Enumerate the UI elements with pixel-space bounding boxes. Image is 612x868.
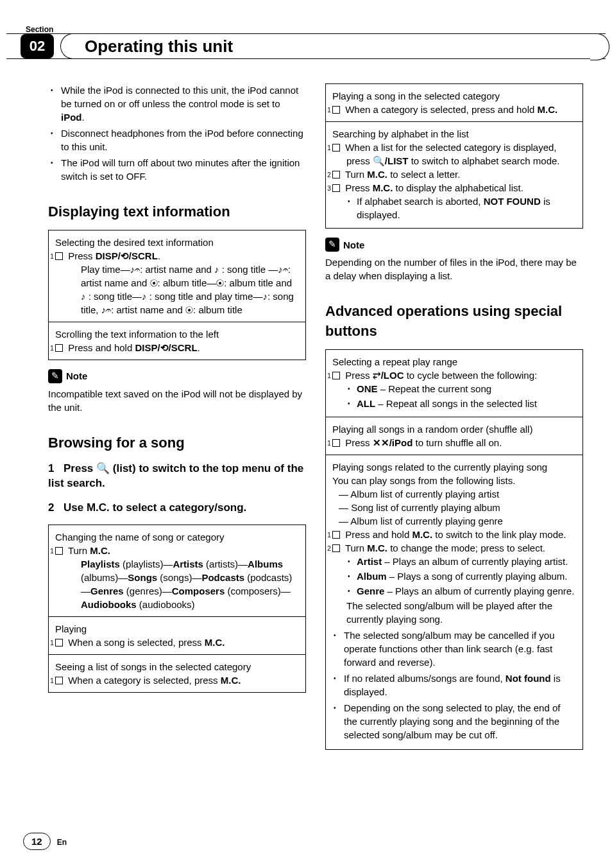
step-number-icon: 1 [332, 144, 340, 152]
box-shuffle-all: Playing all songs in a random order (shu… [325, 417, 583, 455]
list-item: Artist – Plays an album of currently pla… [357, 555, 576, 568]
note-text: Depending on the number of files in the … [325, 256, 583, 282]
box-title: Seeing a list of songs in the selected c… [55, 660, 299, 673]
step-number-icon: 1 [332, 106, 340, 114]
dash-line: — Album list of currently playing artist [332, 487, 576, 501]
step-2: 2Use M.C. to select a category/song. [48, 500, 306, 516]
page-number: 12 [23, 833, 51, 850]
box-after: The selected song/album will be played a… [332, 599, 576, 626]
step-number-icon: 1 [332, 439, 340, 447]
list-item: The iPod will turn off about two minutes… [61, 156, 306, 183]
step-number-icon: 1 [332, 372, 340, 379]
note-icon: ✎ [48, 369, 62, 383]
list-item: ONE – Repeat the current song [357, 382, 576, 395]
step-number-icon: 1 [55, 252, 63, 260]
box-step: 1 Press and hold DISP/⟲/SCRL. [55, 341, 299, 354]
page-title: Operating this unit [85, 35, 233, 58]
box-title: Playing songs related to the currently p… [332, 460, 576, 474]
note-block: ✎ Note [325, 238, 583, 252]
note-icon: ✎ [325, 238, 339, 252]
box-step: 2 Turn M.C. to select a letter. [332, 168, 576, 181]
box-step: 1 Press ⥂/LOC to cycle between the follo… [332, 369, 576, 382]
search-icon: 🔍 [96, 462, 110, 474]
box-scroll-text: Scrolling the text information to the le… [48, 322, 306, 360]
box-title: Playing all songs in a random order (shu… [332, 422, 576, 436]
header-paren-icon [60, 33, 73, 59]
box-title: Searching by alphabet in the list [332, 127, 576, 141]
note-label: Note [343, 238, 364, 252]
box-body: Playlists (playlists)—Artists (artists)—… [55, 557, 299, 611]
box-step: 1 Turn M.C. [55, 544, 299, 557]
page-lang: En [57, 837, 67, 848]
box-body: Play time—♪𝄐: artist name and ♪ : song t… [55, 263, 299, 317]
box-step: 1 Press DISP/⟲/SCRL. [55, 249, 299, 263]
box-playing: Playing 1 When a song is selected, press… [48, 617, 306, 655]
list-item: The selected song/album may be cancelled… [344, 629, 576, 669]
box-step: 1 When a category is selected, press and… [332, 103, 576, 116]
box-step: 1 When a category is selected, press M.C… [55, 673, 299, 687]
box-step: 3 Press M.C. to display the alphabetical… [332, 181, 576, 195]
note-label: Note [66, 369, 87, 383]
list-item: While the iPod is connected to this unit… [61, 83, 306, 124]
box-change-name: Changing the name of song or category 1 … [48, 525, 306, 617]
page-header: 02 Operating this unit [6, 33, 606, 59]
step-number-icon: 1 [55, 677, 63, 684]
box-step: 1 When a song is selected, press M.C. [55, 636, 299, 649]
step-number-icon: 2 [332, 544, 340, 552]
heading-displaying-text: Displaying text information [48, 202, 306, 222]
note-text: Incompatible text saved on the iPod will… [48, 387, 306, 414]
step-number-icon: 2 [332, 171, 340, 178]
step-number-icon: 1 [332, 531, 340, 539]
box-title: Scrolling the text information to the le… [55, 327, 299, 341]
intro-list: While the iPod is connected to this unit… [48, 83, 306, 183]
list-item: Disconnect headphones from the iPod befo… [61, 126, 306, 153]
box-step: 1 Press ✕✕/iPod to turn shuffle all on. [332, 436, 576, 449]
list-item: If no related albums/songs are found, No… [344, 672, 576, 699]
header-curve-icon [590, 33, 609, 60]
box-step: 1 When a list for the selected category … [332, 141, 576, 168]
page-footer: 12 En [23, 833, 67, 850]
section-number: 02 [21, 34, 54, 58]
box-seeing-list: Seeing a list of songs in the selected c… [48, 655, 306, 693]
dash-line: — Album list of currently playing genre [332, 514, 576, 528]
box-intro: You can play songs from the following li… [332, 474, 576, 487]
note-block: ✎ Note [48, 369, 306, 383]
list-item: If alphabet search is aborted, NOT FOUND… [357, 195, 576, 221]
box-related-songs: Playing songs related to the currently p… [325, 455, 583, 750]
list-item: ALL – Repeat all songs in the selected l… [357, 397, 576, 410]
box-search-alpha: Searching by alphabet in the list 1 When… [325, 122, 583, 229]
box-title: Playing a song in the selected category [332, 89, 576, 103]
list-item: Genre – Plays an album of currently play… [357, 584, 576, 598]
box-play-selected: Playing a song in the selected category … [325, 83, 583, 122]
box-step: 1 Press and hold M.C. to switch to the l… [332, 528, 576, 541]
right-column: Playing a song in the selected category … [325, 83, 583, 759]
step-number-icon: 3 [332, 184, 340, 192]
dash-line: — Song list of currently playing album [332, 501, 576, 514]
step-1: 1Press 🔍 (list) to switch to the top men… [48, 461, 306, 492]
box-step: 2 Turn M.C. to change the mode; press to… [332, 541, 576, 555]
box-title: Playing [55, 622, 299, 636]
step-number-icon: 1 [55, 639, 63, 647]
box-title: Changing the name of song or category [55, 530, 299, 544]
step-number-icon: 1 [55, 547, 63, 555]
left-column: While the iPod is connected to this unit… [48, 83, 306, 759]
list-item: Depending on the song selected to play, … [344, 701, 576, 742]
box-repeat-range: Selecting a repeat play range 1 Press ⥂/… [325, 349, 583, 417]
heading-browsing: Browsing for a song [48, 433, 306, 453]
list-item: Album – Plays a song of currently playin… [357, 569, 576, 583]
step-number-icon: 1 [55, 344, 63, 352]
box-select-text-info: Selecting the desired text information 1… [48, 230, 306, 322]
box-title: Selecting a repeat play range [332, 355, 576, 369]
heading-advanced: Advanced operations using special button… [325, 302, 583, 342]
box-title: Selecting the desired text information [55, 236, 299, 249]
